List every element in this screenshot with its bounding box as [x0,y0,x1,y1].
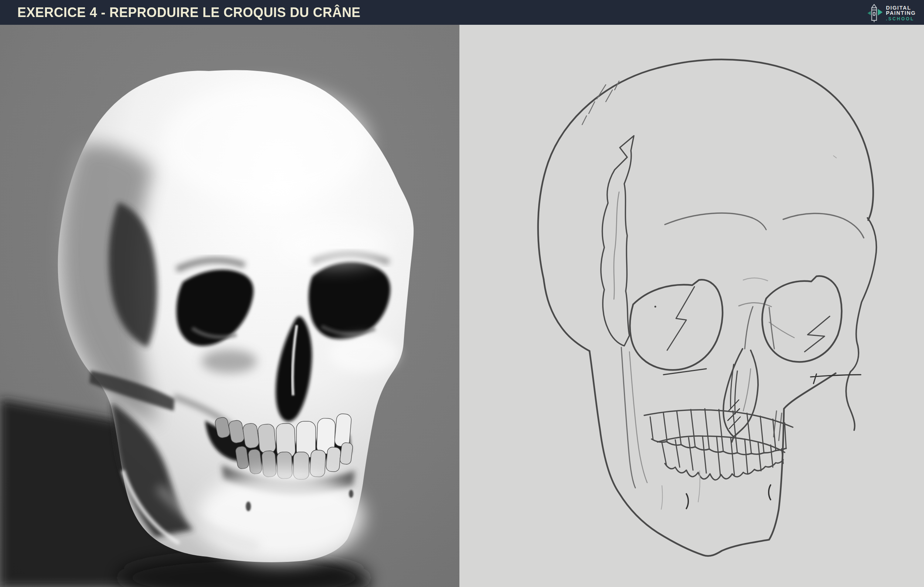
pencil-icon-right-triangle [878,9,883,15]
logo-word-school: .SCHOOL [886,17,916,21]
pencil-icon-left-triangle [868,11,871,15]
cheekbone-highlight [329,336,399,372]
logo-word-painting: PAINTING [886,10,916,16]
digital-painting-school-logo: DIGITAL PAINTING .SCHOOL [866,4,916,23]
brow-highlight [279,223,390,266]
chin-highlight [198,471,364,563]
logo-wordmark: DIGITAL PAINTING .SCHOOL [886,5,916,21]
sketch-panel [459,25,924,587]
logo-word-digital: DIGITAL [886,5,916,11]
skull-photo [0,25,459,587]
pencil-icon [866,4,883,23]
sketch-background [459,25,924,587]
pencil-icon-body [871,5,876,22]
title-bar: EXERCICE 4 - REPRODUIRE LE CROQUIS DU CR… [0,0,924,25]
infraorbital-shading [201,349,257,373]
chin-pit-right [349,490,353,498]
eye-socket-left-dot [655,306,657,308]
exercise-title: EXERCICE 4 - REPRODUIRE LE CROQUIS DU CR… [17,5,360,20]
content-area [0,25,924,587]
reference-photo-panel [0,25,459,587]
chin-pit-left [246,501,251,511]
skull-sketch [459,25,924,587]
dome-highlight [163,84,370,202]
